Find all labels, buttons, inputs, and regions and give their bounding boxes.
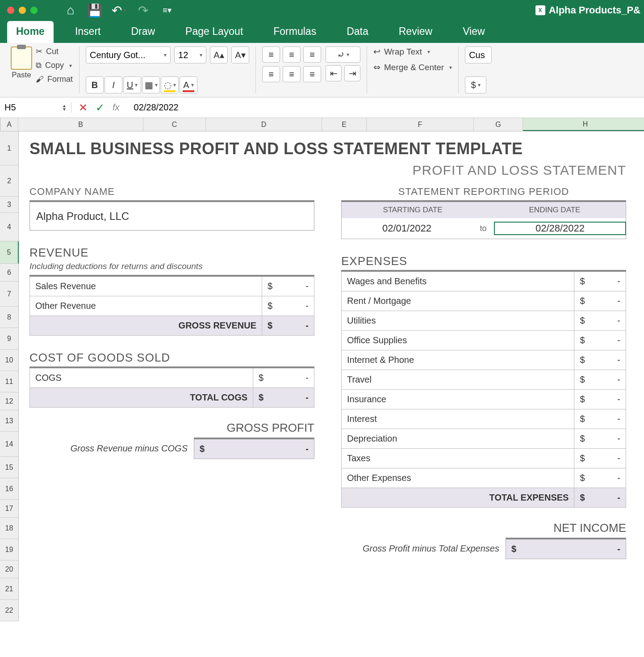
row-header-20[interactable]: 20 [0,560,19,578]
underline-button[interactable]: U▾ [123,76,141,93]
revenue-row-label-1[interactable]: Other Revenue [30,296,262,316]
column-header-D[interactable]: D [206,118,322,131]
expense-row-label-8[interactable]: Depreciation [342,429,574,449]
accept-formula-icon[interactable]: ✓ [96,101,105,114]
font-name-select[interactable]: Century Got...▾ [86,46,171,63]
cut-button[interactable]: Cut [46,47,59,56]
tab-draw[interactable]: Draw [122,21,164,43]
tab-data[interactable]: Data [338,21,377,43]
column-header-G[interactable]: G [474,118,523,131]
row-header-13[interactable]: 13 [0,410,19,432]
increase-indent-icon[interactable]: ⇥ [344,65,360,81]
fill-color-button[interactable]: ◌▾ [161,76,179,93]
copy-button[interactable]: Copy [45,61,64,70]
row-header-10[interactable]: 10 [0,350,19,371]
fx-icon[interactable]: fx [113,102,120,113]
company-name-cell[interactable]: Alpha Product, LLC [29,200,314,231]
tab-review[interactable]: Review [390,21,441,43]
format-painter-icon[interactable]: 🖌 [36,75,44,84]
wrap-text-icon[interactable]: ↩ [373,46,381,57]
increase-font-icon[interactable]: A▴ [210,46,228,63]
row-header-15[interactable]: 15 [0,457,19,478]
column-header-H[interactable]: H [523,118,644,131]
italic-button[interactable]: I [105,76,122,93]
borders-button[interactable]: ▦▾ [142,76,160,93]
row-header-21[interactable]: 21 [0,578,19,600]
paste-icon[interactable] [11,46,32,70]
expense-row-label-9[interactable]: Taxes [342,449,574,468]
expense-row-label-7[interactable]: Interest [342,409,574,429]
align-right-icon[interactable]: ≡ [303,66,321,82]
formula-input[interactable]: 02/28/2022 [134,102,644,113]
tab-page-layout[interactable]: Page Layout [176,21,252,43]
expense-row-value-10[interactable]: - [590,468,626,488]
expense-row-value-1[interactable]: - [590,291,626,311]
expense-row-label-6[interactable]: Insurance [342,390,574,409]
close-window-icon[interactable] [7,7,14,14]
row-header-19[interactable]: 19 [0,539,19,560]
net-income-cell[interactable]: $ - [506,538,626,559]
decrease-indent-icon[interactable]: ⇤ [326,65,342,81]
format-painter-button[interactable]: Format [47,75,73,84]
orientation-icon[interactable]: ⤾▾ [326,46,360,63]
paste-button[interactable]: Paste [12,71,31,80]
expense-row-value-2[interactable]: - [590,311,626,331]
expense-row-value-4[interactable]: - [590,350,626,370]
column-header-C[interactable]: C [143,118,206,131]
column-header-F[interactable]: F [367,118,474,131]
font-size-select[interactable]: 12▾ [174,46,206,63]
expense-row-label-0[interactable]: Wages and Benefits [342,271,574,291]
row-header-7[interactable]: 7 [0,282,19,307]
column-header-B[interactable]: B [18,118,143,131]
bold-button[interactable]: B [86,76,104,93]
ending-date-cell[interactable]: 02/28/2022 [494,222,626,235]
merge-icon[interactable]: ⇔ [373,62,381,72]
expense-row-value-0[interactable]: - [590,271,626,291]
revenue-row-value-1[interactable]: - [278,296,314,316]
save-icon[interactable]: 💾 [88,4,101,17]
sheet-content[interactable]: SMALL BUSINESS PROFIT AND LOSS STATEMENT… [19,131,644,621]
font-color-button[interactable]: A▾ [180,76,197,93]
tab-home[interactable]: Home [7,21,54,43]
row-header-1[interactable]: 1 [0,131,19,165]
number-format-select[interactable]: Cus [465,46,492,63]
align-center-icon[interactable]: ≡ [283,66,301,82]
undo-icon[interactable]: ↶▾ [113,4,125,17]
wrap-text-button[interactable]: Wrap Text [384,47,422,57]
redo-icon[interactable]: ↷ [137,4,149,17]
row-header-18[interactable]: 18 [0,518,19,539]
column-header-A[interactable]: A [0,118,18,131]
expense-row-label-1[interactable]: Rent / Mortgage [342,291,574,311]
currency-button[interactable]: $▾ [465,76,486,93]
name-box[interactable]: H5 ▲▼ [0,102,71,113]
row-header-5[interactable]: 5 [0,241,19,264]
expense-row-value-5[interactable]: - [590,370,626,390]
row-header-17[interactable]: 17 [0,500,19,518]
row-header-14[interactable]: 14 [0,432,19,457]
cogs-row-value-0[interactable]: - [269,367,314,388]
expense-row-label-3[interactable]: Office Supplies [342,331,574,350]
copy-icon[interactable]: ⧉ [36,61,42,70]
expense-row-label-10[interactable]: Other Expenses [342,468,574,488]
cogs-row-label-0[interactable]: COGS [30,367,253,388]
expense-row-value-7[interactable]: - [590,409,626,429]
row-header-12[interactable]: 12 [0,392,19,410]
column-header-E[interactable]: E [322,118,367,131]
row-header-16[interactable]: 16 [0,478,19,500]
row-header-11[interactable]: 11 [0,371,19,392]
expense-row-label-2[interactable]: Utilities [342,311,574,331]
expense-row-value-6[interactable]: - [590,390,626,409]
row-header-4[interactable]: 4 [0,213,19,241]
row-header-22[interactable]: 22 [0,600,19,621]
expense-row-label-5[interactable]: Travel [342,370,574,390]
align-bottom-icon[interactable]: ≡ [303,46,321,63]
row-header-9[interactable]: 9 [0,328,19,350]
align-middle-icon[interactable]: ≡ [283,46,301,63]
tab-insert[interactable]: Insert [66,21,110,43]
cancel-formula-icon[interactable]: ✕ [79,101,88,114]
gross-profit-cell[interactable]: $ - [194,438,314,459]
row-header-2[interactable]: 2 [0,165,19,197]
revenue-row-value-0[interactable]: - [278,276,314,296]
align-left-icon[interactable]: ≡ [262,66,280,82]
expense-row-value-3[interactable]: - [590,331,626,350]
